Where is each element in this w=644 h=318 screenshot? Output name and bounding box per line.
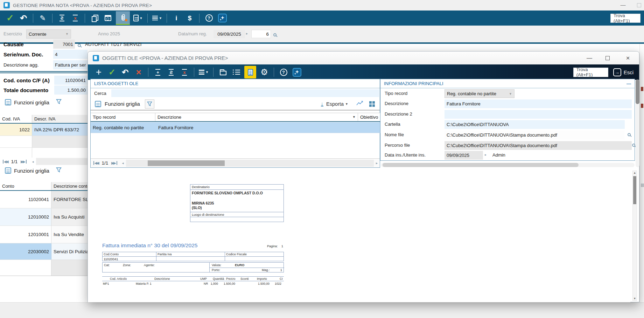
nome-file-lookup-icon[interactable] <box>632 144 635 147</box>
delete-icon[interactable]: × <box>134 66 144 78</box>
scroll-up-icon[interactable]: ▲ <box>633 171 637 175</box>
column-filter-icon[interactable]: ▼ <box>352 115 356 119</box>
list-icon[interactable] <box>231 66 241 78</box>
undo-icon[interactable]: ↶ <box>120 66 130 78</box>
currency-icon[interactable]: $ <box>185 12 195 24</box>
filter-funnel-icon[interactable] <box>56 99 62 106</box>
first-page-icon[interactable]: ◀◀ <box>3 160 8 164</box>
add-icon[interactable]: + <box>94 66 104 78</box>
grid-functions-icon[interactable] <box>95 101 101 107</box>
minimize-button[interactable]: — <box>615 0 631 11</box>
filter-funnel-icon[interactable] <box>56 167 62 174</box>
cartella-lookup-icon[interactable] <box>628 133 631 136</box>
edit-pencil-icon[interactable]: ✎ <box>38 12 48 24</box>
scroll-left-icon[interactable]: ◂ <box>32 160 34 164</box>
help-icon[interactable]: ? <box>204 12 214 24</box>
cod-conto-input[interactable]: 11020041 <box>54 76 88 85</box>
horizontal-scrollbar[interactable] <box>126 160 374 167</box>
scrollbar-thumb[interactable] <box>633 176 636 204</box>
num-reg-input[interactable]: 6 <box>251 30 271 38</box>
totale-input[interactable]: 1.500,00 <box>54 85 88 95</box>
attachments-icon-active[interactable] <box>116 11 130 25</box>
insert-row-icon[interactable]: + <box>153 66 163 78</box>
data-reg-input[interactable]: 09/09/2025 <box>214 30 245 38</box>
nome-file-input[interactable]: C:\Cube2\Office\DITTANUOVA\Stampa docume… <box>444 131 625 139</box>
document-menu-icon[interactable]: ▼ <box>133 12 143 24</box>
descr-agg-input[interactable]: Fattura per serv <box>53 60 88 69</box>
esci-button[interactable]: → Esci <box>613 68 634 76</box>
table-row-empty[interactable] <box>0 260 89 276</box>
scrollbar-thumb[interactable] <box>636 80 639 104</box>
column-header[interactable]: Cod. IVA <box>0 115 32 123</box>
scroll-left-icon[interactable]: ◂ <box>122 161 124 165</box>
open-folder-icon[interactable] <box>218 66 228 78</box>
ai-sparkle-icon[interactable] <box>292 66 302 78</box>
column-header[interactable]: Conto <box>0 182 51 190</box>
help-icon[interactable]: ? <box>279 66 288 78</box>
table-row[interactable]: 11020041 FORNITORE SLOVENO <box>0 191 89 208</box>
data-ins-field[interactable]: 09/09/2025 <box>444 151 483 160</box>
delete-row-icon[interactable]: x <box>180 66 189 78</box>
column-header[interactable]: Descrizione conto <box>51 182 89 190</box>
revert-row-icon[interactable]: Ƨ <box>57 12 67 24</box>
causale-lookup-icon[interactable] <box>78 44 81 47</box>
column-header[interactable]: Descr. IVA <box>32 115 89 123</box>
dialog-find-button[interactable]: Trova (Alt+F1) <box>573 68 608 77</box>
vertical-scrollbar[interactable] <box>636 80 639 167</box>
maximize-button[interactable] <box>637 3 641 7</box>
table-row-empty[interactable] <box>0 136 89 148</box>
calendar-search-icon[interactable] <box>103 12 113 24</box>
confirm-icon[interactable]: ✓ <box>5 12 15 24</box>
dialog-minimize-button[interactable]: — <box>581 51 597 64</box>
info-horizontal-scrollbar[interactable] <box>381 163 635 167</box>
table-row-empty[interactable] <box>0 148 89 158</box>
last-page-icon[interactable]: ▶▶ <box>21 160 26 164</box>
column-header[interactable]: Obiettivo <box>358 113 380 121</box>
tipo-record-select[interactable]: Reg. contabile no partite▼ <box>444 89 514 98</box>
table-row-selected[interactable]: 22030002 Servizi Di Pulizia <box>0 243 89 260</box>
info-icon[interactable]: i <box>172 12 181 24</box>
document-view-icon-active[interactable] <box>244 66 256 78</box>
grid-functions-icon[interactable] <box>5 99 11 105</box>
column-header[interactable]: Tipo record <box>91 113 155 121</box>
scroll-right-icon[interactable]: ▸ <box>376 161 378 165</box>
settings-gear-icon[interactable]: ⚙ <box>259 66 269 78</box>
dialog-maximize-button[interactable] <box>600 51 616 64</box>
cerca-input[interactable] <box>111 89 379 97</box>
copy-icon[interactable] <box>90 12 99 24</box>
table-row[interactable]: 1022 IVA 22% DPR 633/72 <box>0 124 89 136</box>
find-button[interactable]: Trova (Alt+F1) <box>610 14 640 23</box>
last-page-icon[interactable]: ▶▶ <box>111 161 117 165</box>
causale-code-input[interactable]: 7001 <box>53 40 75 49</box>
descrizione2-input[interactable] <box>444 110 632 119</box>
chevron-down-icon[interactable]: ▼ <box>345 102 348 106</box>
esporta-button[interactable]: Esporta <box>326 101 344 107</box>
ole-row-selected[interactable]: Reg. contabile no partite Fattura Fornit… <box>91 122 380 133</box>
serie-input[interactable]: 4 <box>53 50 88 59</box>
ai-sparkle-icon[interactable] <box>217 12 227 24</box>
undo-icon[interactable]: ↶ <box>19 12 28 24</box>
confirm-icon[interactable]: ✓ <box>107 66 117 78</box>
dialog-close-button[interactable]: × <box>620 51 636 64</box>
first-page-icon[interactable]: ◀◀ <box>93 161 98 165</box>
collapse-panel-icon[interactable]: — <box>626 81 631 86</box>
scrollbar-thumb[interactable] <box>148 160 225 166</box>
table-row[interactable]: 12010001 Iva Su Vendite <box>0 226 89 243</box>
preview-vertical-scrollbar[interactable]: ▲ ▼ <box>632 171 637 301</box>
column-header[interactable]: Descrizione ▼ <box>155 113 358 121</box>
grid-view-icon[interactable] <box>369 101 375 107</box>
menu-icon[interactable]: ▼ <box>199 66 209 78</box>
cartella-input[interactable]: C:\Cube2\Office\DITTANUOVA <box>444 120 625 129</box>
chart-icon[interactable] <box>356 100 364 108</box>
date-spinner-icon[interactable]: ▸ <box>485 153 486 157</box>
scrollbar-thumb[interactable] <box>383 163 579 167</box>
horizontal-scrollbar[interactable] <box>36 158 89 165</box>
descrizione-input[interactable]: Fattura Fornitore <box>444 99 632 108</box>
date-spinner-icon[interactable]: ▸ <box>246 32 248 35</box>
esercizio-select[interactable]: Corrente▼ <box>26 29 71 39</box>
delete-row-icon[interactable]: x <box>70 12 80 24</box>
grid-functions-icon[interactable] <box>5 167 11 174</box>
search-icon[interactable] <box>273 33 276 36</box>
table-row[interactable]: 12010002 Iva Su Acquisti <box>0 208 89 226</box>
menu-icon[interactable]: ▼ <box>152 12 162 24</box>
